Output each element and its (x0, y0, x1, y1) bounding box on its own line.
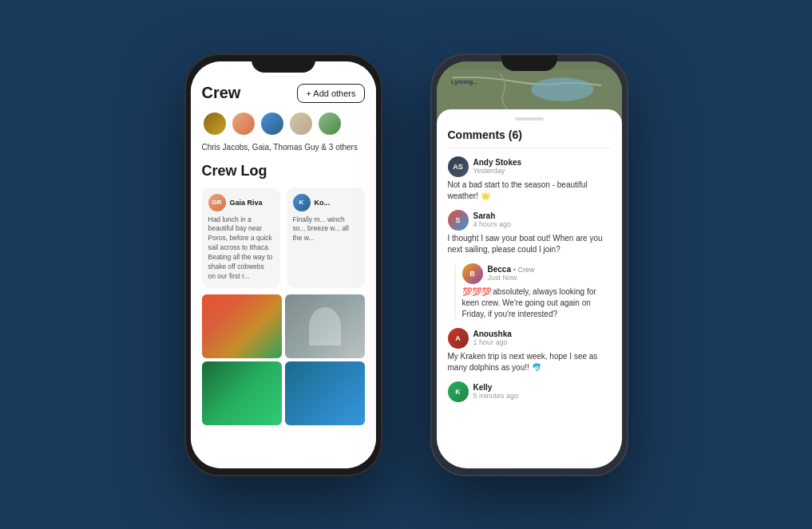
comment-text-sarah: I thought I saw your boat out! When are … (448, 233, 611, 255)
avatar-2[interactable] (231, 111, 256, 136)
comment-header-2: S Sarah 4 hours ago (448, 210, 611, 231)
log-cards-row: GR Gaia Riva Had lunch in a beautiful ba… (202, 188, 365, 288)
log-author-1: Gaia Riva (230, 199, 263, 207)
comment-header-1: AS Andy Stokes Yesterday (448, 156, 611, 177)
photo-4 (285, 361, 365, 425)
right-screen-content: Lyming... Comments (6) AS Andy Stokes (437, 61, 622, 468)
comment-avatar-anoushka: A (448, 328, 469, 349)
crew-names: Chris Jacobs, Gaia, Thomas Guy & 3 other… (202, 143, 365, 152)
log-card-1-header: GR Gaia Riva (208, 194, 274, 211)
comment-author-anoushka: Anoushka (473, 330, 512, 338)
comment-time-anoushka: 1 hour ago (473, 338, 512, 346)
avatar-4[interactable] (288, 111, 314, 136)
comment-meta-anoushka: Anoushka 1 hour ago (473, 330, 512, 346)
photo-3 (202, 361, 282, 425)
comment-item-2: S Sarah 4 hours ago I thought I saw your… (448, 210, 611, 255)
comment-time-kelly: 5 minutes ago (473, 392, 519, 400)
comment-avatar-kelly: K (448, 381, 469, 402)
crew-avatars (202, 111, 365, 136)
avatar-5[interactable] (317, 111, 343, 136)
comment-time-andy: Yesterday (473, 167, 522, 175)
comment-author-andy: Andy Stokes (473, 158, 522, 167)
crew-title: Crew (202, 84, 241, 102)
left-phone-screen: Crew + Add others Chris Jacobs, Gaia, Th… (191, 61, 376, 468)
photo-2 (285, 294, 365, 358)
comment-time-sarah: 4 hours ago (473, 220, 512, 228)
comment-meta-sarah: Sarah 4 hours ago (473, 211, 512, 228)
log-card-2-header: K Ko... (293, 194, 358, 211)
log-text-2: Finally m... winch so... breeze w... all… (293, 215, 358, 244)
map-svg: Lyming... (437, 69, 622, 113)
add-others-button[interactable]: + Add others (297, 84, 364, 103)
comment-author-kelly: Kelly (473, 383, 519, 392)
comment-meta-andy: Andy Stokes Yesterday (473, 158, 522, 175)
left-phone-notch (252, 55, 315, 73)
comment-time-becca: Just Now (488, 274, 535, 282)
log-avatar-1: GR (208, 194, 226, 211)
comment-author-becca: Becca • Crew (488, 265, 535, 274)
log-author-2: Ko... (315, 199, 331, 207)
photo-1 (202, 294, 282, 358)
crew-header: Crew + Add others (202, 84, 365, 103)
left-phone: Crew + Add others Chris Jacobs, Gaia, Th… (184, 53, 382, 476)
comment-meta-becca: Becca • Crew Just Now (488, 265, 535, 282)
sheet-handle[interactable] (515, 117, 544, 120)
comment-meta-kelly: Kelly 5 minutes ago (473, 383, 519, 400)
comment-header-4: A Anoushka 1 hour ago (448, 328, 611, 349)
right-phone-screen: Lyming... Comments (6) AS Andy Stokes (437, 61, 622, 468)
svg-rect-1 (437, 69, 622, 113)
svg-text:Lyming...: Lyming... (450, 78, 477, 85)
comment-text-becca: 💯💯💯 absolutely, always looking for keen … (462, 286, 611, 320)
comments-sheet: Comments (6) AS Andy Stokes Yesterday No… (437, 109, 622, 468)
comment-avatar-sarah: S (448, 210, 469, 231)
svg-point-2 (530, 77, 593, 101)
comment-item-1: AS Andy Stokes Yesterday Not a bad start… (448, 156, 611, 202)
comment-item-3: B Becca • Crew Just Now 💯💯💯 absolutely, … (454, 263, 611, 320)
right-phone: Lyming... Comments (6) AS Andy Stokes (430, 53, 628, 476)
log-text-1: Had lunch in a beautiful bay near Poros,… (208, 215, 274, 282)
photos-grid (202, 294, 365, 425)
comment-item-5: K Kelly 5 minutes ago (448, 381, 611, 402)
comment-author-sarah: Sarah (473, 211, 512, 220)
comment-avatar-andy: AS (448, 156, 469, 177)
comments-title: Comments (6) (448, 128, 611, 148)
comment-item-4: A Anoushka 1 hour ago My Kraken trip is … (448, 328, 611, 373)
comment-tag-becca: • Crew (513, 266, 535, 274)
log-card-2[interactable]: K Ko... Finally m... winch so... breeze … (287, 188, 365, 288)
avatar-3[interactable] (259, 111, 285, 136)
comment-text-andy: Not a bad start to the season - beautifu… (448, 180, 611, 202)
left-screen-content: Crew + Add others Chris Jacobs, Gaia, Th… (191, 61, 376, 468)
log-avatar-2: K (293, 194, 311, 211)
comment-header-5: K Kelly 5 minutes ago (448, 381, 611, 402)
phones-container: Crew + Add others Chris Jacobs, Gaia, Th… (168, 38, 644, 492)
comment-avatar-becca: B (462, 263, 483, 284)
crew-log-title: Crew Log (202, 163, 365, 180)
avatar-1[interactable] (202, 111, 228, 136)
log-card-1[interactable]: GR Gaia Riva Had lunch in a beautiful ba… (202, 188, 280, 288)
right-phone-notch (501, 55, 557, 71)
comment-header-3: B Becca • Crew Just Now (462, 263, 611, 284)
comment-text-anoushka: My Kraken trip is next week, hope I see … (448, 351, 611, 373)
